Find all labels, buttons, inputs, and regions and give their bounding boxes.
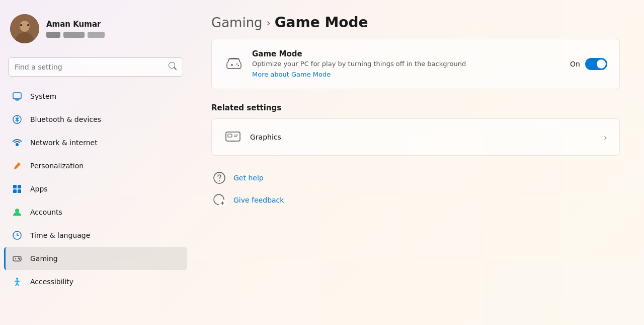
user-detail-3 — [88, 32, 105, 38]
sidebar-item-system[interactable]: System — [4, 85, 187, 108]
game-mode-toggle[interactable] — [585, 58, 607, 70]
sidebar-label-accounts: Accounts — [30, 208, 62, 216]
sidebar-label-accessibility: Accessibility — [30, 278, 73, 286]
search-input[interactable] — [15, 63, 165, 71]
bluetooth-icon — [11, 113, 23, 125]
svg-point-28 — [238, 65, 239, 66]
accounts-icon — [11, 206, 23, 218]
svg-rect-9 — [13, 185, 17, 188]
breadcrumb-separator: › — [267, 17, 271, 29]
svg-rect-5 — [13, 93, 21, 99]
sidebar-item-accounts[interactable]: Accounts — [4, 201, 187, 224]
svg-rect-10 — [18, 185, 21, 188]
svg-rect-12 — [18, 189, 21, 193]
sidebar-label-bluetooth: Bluetooth & devices — [30, 115, 101, 123]
sidebar-label-time: Time & language — [30, 231, 90, 239]
personalization-icon — [11, 160, 23, 172]
svg-rect-30 — [228, 134, 232, 137]
svg-point-27 — [236, 63, 237, 64]
system-icon — [11, 90, 23, 102]
related-settings-card: Graphics › — [211, 118, 620, 156]
page-title: Game Mode — [275, 14, 368, 31]
sidebar-label-apps: Apps — [30, 185, 48, 193]
sidebar-item-network[interactable]: Network & internet — [4, 131, 187, 154]
nav-list: System Bluetooth & devices Network & int… — [0, 83, 191, 325]
main-content: Gaming › Game Mode Game Mode Optimize yo… — [191, 0, 644, 325]
sidebar: Aman Kumar — [0, 0, 191, 325]
sidebar-item-accessibility[interactable]: Accessibility — [4, 270, 187, 293]
game-mode-description: Optimize your PC for play by turning thi… — [252, 60, 562, 68]
related-item-graphics-label: Graphics — [250, 133, 596, 141]
give-feedback-icon — [211, 192, 227, 208]
give-feedback-link[interactable]: Give feedback — [233, 196, 284, 204]
get-help-item[interactable]: Get help — [211, 170, 620, 186]
get-help-icon — [211, 170, 227, 186]
give-feedback-item[interactable]: Give feedback — [211, 192, 620, 208]
svg-point-13 — [15, 209, 19, 213]
svg-point-18 — [18, 258, 19, 259]
graphics-icon — [224, 128, 242, 146]
toggle-label: On — [570, 60, 580, 68]
avatar — [10, 14, 39, 43]
related-settings-title: Related settings — [211, 103, 620, 112]
sidebar-item-apps[interactable]: Apps — [4, 177, 187, 201]
accessibility-icon — [11, 276, 23, 288]
sidebar-label-system: System — [30, 92, 56, 100]
time-icon — [11, 229, 23, 241]
toggle-thumb — [597, 59, 606, 69]
sidebar-item-bluetooth[interactable]: Bluetooth & devices — [4, 108, 187, 131]
chevron-right-icon: › — [604, 132, 607, 143]
apps-icon — [11, 183, 23, 195]
search-container — [0, 53, 191, 83]
user-details — [46, 32, 105, 38]
svg-point-3 — [20, 24, 22, 26]
search-box[interactable] — [8, 57, 183, 77]
sidebar-item-personalization[interactable]: Personalization — [4, 154, 187, 177]
breadcrumb: Gaming › Game Mode — [211, 14, 620, 31]
svg-rect-11 — [13, 189, 17, 193]
network-icon — [11, 137, 23, 149]
svg-point-19 — [19, 258, 20, 259]
toggle-container: On — [570, 58, 607, 70]
sidebar-item-gaming[interactable]: Gaming — [4, 247, 187, 270]
svg-point-20 — [16, 278, 18, 280]
game-mode-link[interactable]: More about Game Mode — [252, 71, 331, 78]
sidebar-item-time[interactable]: Time & language — [4, 224, 187, 247]
game-mode-title: Game Mode — [252, 49, 562, 58]
svg-point-4 — [27, 24, 29, 26]
sidebar-label-personalization: Personalization — [30, 162, 84, 170]
user-detail-2 — [63, 32, 85, 38]
help-links: Get help Give feedback — [211, 170, 620, 208]
related-item-graphics[interactable]: Graphics › — [212, 119, 619, 155]
svg-point-35 — [219, 180, 220, 181]
game-mode-card: Game Mode Optimize your PC for play by t… — [211, 39, 620, 89]
user-detail-1 — [46, 32, 60, 38]
user-name: Aman Kumar — [46, 20, 105, 29]
game-mode-body: Game Mode Optimize your PC for play by t… — [252, 49, 562, 79]
svg-line-24 — [17, 283, 19, 286]
user-info: Aman Kumar — [46, 20, 105, 38]
get-help-link[interactable]: Get help — [233, 174, 264, 182]
sidebar-label-gaming: Gaming — [30, 254, 58, 263]
game-mode-icon — [224, 54, 244, 74]
search-icon — [169, 62, 177, 72]
sidebar-label-network: Network & internet — [30, 139, 98, 147]
breadcrumb-parent[interactable]: Gaming — [211, 15, 263, 30]
user-profile: Aman Kumar — [0, 0, 191, 53]
gaming-icon — [11, 252, 23, 265]
